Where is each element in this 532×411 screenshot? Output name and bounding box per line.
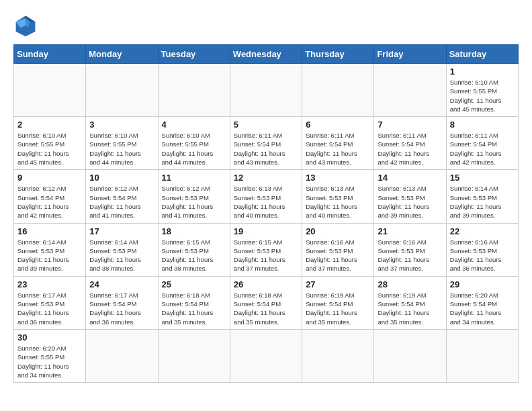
page-header: [13, 13, 519, 38]
calendar-table: SundayMondayTuesdayWednesdayThursdayFrid…: [13, 44, 519, 383]
day-info: Sunrise: 6:11 AMSunset: 5:54 PMDaylight:…: [450, 131, 515, 167]
day-cell: 26Sunrise: 6:18 AMSunset: 5:54 PMDayligh…: [230, 276, 302, 329]
day-number: 25: [162, 279, 226, 289]
day-number: 9: [17, 173, 82, 183]
day-cell: 7Sunrise: 6:11 AMSunset: 5:54 PMDaylight…: [374, 117, 446, 170]
day-number: 22: [450, 226, 515, 236]
day-number: 29: [450, 279, 515, 289]
day-cell: 1Sunrise: 6:10 AMSunset: 5:55 PMDaylight…: [446, 64, 518, 117]
day-cell: [230, 329, 302, 382]
day-info: Sunrise: 6:14 AMSunset: 5:53 PMDaylight:…: [450, 184, 515, 220]
weekday-header-row: SundayMondayTuesdayWednesdayThursdayFrid…: [14, 45, 519, 64]
logo: [13, 13, 42, 38]
day-cell: [446, 329, 518, 382]
day-number: 8: [450, 120, 515, 130]
day-cell: [86, 329, 158, 382]
day-cell: 9Sunrise: 6:12 AMSunset: 5:54 PMDaylight…: [14, 170, 86, 223]
day-number: 1: [450, 66, 515, 77]
day-cell: 20Sunrise: 6:16 AMSunset: 5:53 PMDayligh…: [302, 223, 374, 276]
day-cell: 30Sunrise: 6:20 AMSunset: 5:55 PMDayligh…: [14, 329, 86, 382]
day-cell: 4Sunrise: 6:10 AMSunset: 5:55 PMDaylight…: [158, 117, 230, 170]
day-number: 2: [17, 120, 82, 130]
day-info: Sunrise: 6:11 AMSunset: 5:54 PMDaylight:…: [378, 131, 442, 167]
day-info: Sunrise: 6:17 AMSunset: 5:53 PMDaylight:…: [17, 291, 82, 326]
day-info: Sunrise: 6:18 AMSunset: 5:54 PMDaylight:…: [162, 291, 226, 326]
day-number: 18: [162, 226, 226, 236]
week-row-6: 30Sunrise: 6:20 AMSunset: 5:55 PMDayligh…: [14, 329, 519, 382]
day-cell: 3Sunrise: 6:10 AMSunset: 5:55 PMDaylight…: [86, 117, 158, 170]
day-cell: [374, 64, 446, 117]
day-cell: [158, 64, 230, 117]
day-number: 7: [378, 120, 442, 130]
weekday-header-tuesday: Tuesday: [158, 45, 230, 64]
day-info: Sunrise: 6:10 AMSunset: 5:55 PMDaylight:…: [450, 78, 515, 113]
day-cell: 12Sunrise: 6:13 AMSunset: 5:53 PMDayligh…: [230, 170, 302, 223]
day-number: 23: [17, 279, 82, 289]
day-number: 30: [17, 332, 82, 342]
day-number: 24: [89, 279, 154, 289]
day-cell: [230, 64, 302, 117]
day-info: Sunrise: 6:15 AMSunset: 5:53 PMDaylight:…: [162, 238, 226, 273]
weekday-header-sunday: Sunday: [14, 45, 86, 64]
weekday-header-thursday: Thursday: [302, 45, 374, 64]
day-cell: 2Sunrise: 6:10 AMSunset: 5:55 PMDaylight…: [14, 117, 86, 170]
day-info: Sunrise: 6:11 AMSunset: 5:54 PMDaylight:…: [234, 131, 298, 167]
day-info: Sunrise: 6:20 AMSunset: 5:54 PMDaylight:…: [450, 291, 515, 326]
day-info: Sunrise: 6:13 AMSunset: 5:53 PMDaylight:…: [378, 184, 442, 220]
day-number: 3: [89, 120, 154, 130]
day-cell: [302, 329, 374, 382]
day-cell: 25Sunrise: 6:18 AMSunset: 5:54 PMDayligh…: [158, 276, 230, 329]
day-info: Sunrise: 6:10 AMSunset: 5:55 PMDaylight:…: [162, 131, 226, 167]
day-cell: 24Sunrise: 6:17 AMSunset: 5:54 PMDayligh…: [86, 276, 158, 329]
day-number: 4: [162, 120, 226, 130]
day-info: Sunrise: 6:19 AMSunset: 5:54 PMDaylight:…: [306, 291, 370, 326]
day-info: Sunrise: 6:13 AMSunset: 5:53 PMDaylight:…: [306, 184, 370, 220]
day-cell: [302, 64, 374, 117]
day-cell: 5Sunrise: 6:11 AMSunset: 5:54 PMDaylight…: [230, 117, 302, 170]
day-cell: 28Sunrise: 6:19 AMSunset: 5:54 PMDayligh…: [374, 276, 446, 329]
day-number: 6: [306, 120, 370, 130]
day-info: Sunrise: 6:10 AMSunset: 5:55 PMDaylight:…: [89, 131, 154, 167]
day-cell: [86, 64, 158, 117]
day-cell: 6Sunrise: 6:11 AMSunset: 5:54 PMDaylight…: [302, 117, 374, 170]
weekday-header-wednesday: Wednesday: [230, 45, 302, 64]
day-cell: 21Sunrise: 6:16 AMSunset: 5:53 PMDayligh…: [374, 223, 446, 276]
day-info: Sunrise: 6:12 AMSunset: 5:54 PMDaylight:…: [17, 184, 82, 220]
day-info: Sunrise: 6:13 AMSunset: 5:53 PMDaylight:…: [234, 184, 298, 220]
day-cell: 11Sunrise: 6:12 AMSunset: 5:53 PMDayligh…: [158, 170, 230, 223]
weekday-header-monday: Monday: [86, 45, 158, 64]
day-cell: 19Sunrise: 6:15 AMSunset: 5:53 PMDayligh…: [230, 223, 302, 276]
day-info: Sunrise: 6:19 AMSunset: 5:54 PMDaylight:…: [378, 291, 442, 326]
day-cell: 8Sunrise: 6:11 AMSunset: 5:54 PMDaylight…: [446, 117, 518, 170]
day-number: 19: [234, 226, 298, 236]
day-cell: 15Sunrise: 6:14 AMSunset: 5:53 PMDayligh…: [446, 170, 518, 223]
day-info: Sunrise: 6:10 AMSunset: 5:55 PMDaylight:…: [17, 131, 82, 167]
day-cell: [374, 329, 446, 382]
logo-icon: [13, 13, 38, 38]
day-number: 27: [306, 279, 370, 289]
day-cell: [158, 329, 230, 382]
day-info: Sunrise: 6:17 AMSunset: 5:54 PMDaylight:…: [89, 291, 154, 326]
day-number: 12: [234, 173, 298, 183]
day-cell: [14, 64, 86, 117]
day-cell: 18Sunrise: 6:15 AMSunset: 5:53 PMDayligh…: [158, 223, 230, 276]
day-info: Sunrise: 6:12 AMSunset: 5:54 PMDaylight:…: [89, 184, 154, 220]
day-cell: 13Sunrise: 6:13 AMSunset: 5:53 PMDayligh…: [302, 170, 374, 223]
day-cell: 23Sunrise: 6:17 AMSunset: 5:53 PMDayligh…: [14, 276, 86, 329]
day-cell: 27Sunrise: 6:19 AMSunset: 5:54 PMDayligh…: [302, 276, 374, 329]
weekday-header-saturday: Saturday: [446, 45, 518, 64]
day-number: 10: [89, 173, 154, 183]
day-cell: 16Sunrise: 6:14 AMSunset: 5:53 PMDayligh…: [14, 223, 86, 276]
day-number: 20: [306, 226, 370, 236]
day-info: Sunrise: 6:15 AMSunset: 5:53 PMDaylight:…: [234, 238, 298, 273]
week-row-2: 2Sunrise: 6:10 AMSunset: 5:55 PMDaylight…: [14, 117, 519, 170]
day-info: Sunrise: 6:12 AMSunset: 5:53 PMDaylight:…: [162, 184, 226, 220]
week-row-1: 1Sunrise: 6:10 AMSunset: 5:55 PMDaylight…: [14, 64, 519, 117]
week-row-4: 16Sunrise: 6:14 AMSunset: 5:53 PMDayligh…: [14, 223, 519, 276]
day-info: Sunrise: 6:14 AMSunset: 5:53 PMDaylight:…: [17, 238, 82, 273]
day-info: Sunrise: 6:16 AMSunset: 5:53 PMDaylight:…: [378, 238, 442, 273]
day-cell: 10Sunrise: 6:12 AMSunset: 5:54 PMDayligh…: [86, 170, 158, 223]
day-number: 28: [378, 279, 442, 289]
week-row-5: 23Sunrise: 6:17 AMSunset: 5:53 PMDayligh…: [14, 276, 519, 329]
day-number: 16: [17, 226, 82, 236]
